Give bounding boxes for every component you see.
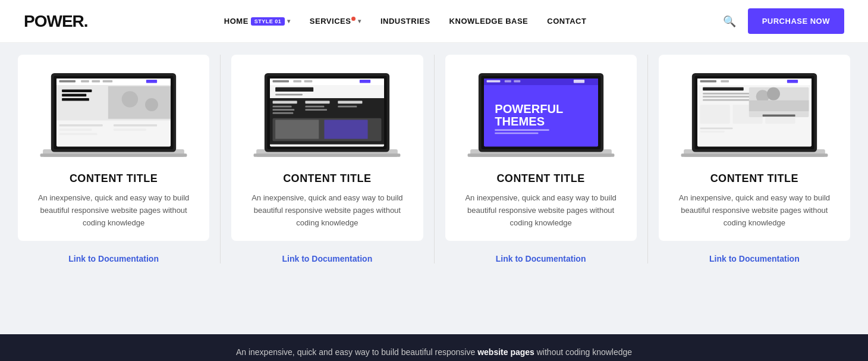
laptop-preview-3: POWERFUL THEMES	[457, 67, 625, 162]
purchase-button[interactable]: PURCHASE NOW	[748, 8, 844, 34]
site-logo[interactable]: POWER.	[24, 12, 88, 31]
svg-rect-8	[92, 80, 100, 83]
svg-rect-39	[273, 112, 294, 114]
svg-rect-13	[62, 94, 86, 97]
footer-bar: An inexpensive, quick and easy way to bu…	[0, 334, 868, 361]
card-1: CONTENT TITLE An inexpensive, quick and …	[18, 55, 209, 241]
card-3-doc-link[interactable]: Link to Documentation	[496, 254, 586, 263]
svg-rect-68	[700, 80, 716, 83]
svg-rect-33	[276, 87, 314, 92]
card-column-3: POWERFUL THEMES CONTENT TITLE An inexpen…	[435, 55, 648, 263]
svg-rect-34	[276, 94, 303, 96]
card-4-doc-link[interactable]: Link to Documentation	[709, 254, 800, 263]
nav-label-services: SERVICES	[310, 17, 351, 26]
svg-rect-37	[273, 106, 292, 108]
nav-badge-style01: STYLE 01	[251, 17, 285, 26]
svg-rect-56	[514, 80, 520, 83]
nav-label-contact: CONTACT	[547, 17, 586, 26]
svg-rect-83	[700, 127, 732, 129]
svg-rect-38	[273, 109, 295, 111]
footer-text: An inexpensive, quick and easy way to bu…	[236, 347, 632, 357]
chevron-down-icon: ▾	[358, 18, 361, 24]
nav-item-services[interactable]: SERVICES ▾	[310, 17, 361, 26]
nav-item-industries[interactable]: INDUSTRIES	[380, 17, 430, 26]
nav-item-contact[interactable]: CONTACT	[547, 17, 586, 26]
svg-rect-63	[681, 153, 828, 156]
svg-rect-70	[787, 80, 798, 83]
svg-point-16	[122, 91, 138, 107]
nav-label-knowledge: KNOWLEDGE BASE	[449, 17, 529, 26]
svg-rect-40	[306, 101, 330, 104]
svg-rect-18	[59, 124, 103, 127]
svg-rect-57	[573, 80, 584, 83]
svg-rect-82	[763, 114, 795, 117]
svg-rect-19	[59, 128, 92, 131]
card-3-desc: An inexpensive, quick and easy way to bu…	[457, 192, 625, 229]
svg-rect-14	[62, 98, 89, 101]
svg-rect-43	[338, 101, 363, 104]
card-3-title: CONTENT TITLE	[496, 172, 585, 185]
svg-rect-44	[338, 106, 357, 108]
svg-rect-55	[504, 80, 511, 83]
svg-rect-36	[273, 101, 297, 104]
svg-rect-10	[146, 80, 157, 83]
footer-text-plain: An inexpensive, quick and easy way to bu…	[236, 347, 477, 357]
svg-rect-20	[59, 133, 98, 136]
svg-rect-1	[40, 153, 187, 156]
svg-point-80	[767, 87, 780, 101]
svg-rect-24	[254, 153, 401, 156]
svg-rect-22	[114, 128, 146, 131]
card-column-2: CONTENT TITLE An inexpensive, quick and …	[221, 55, 434, 263]
svg-rect-60	[495, 129, 549, 131]
nav-item-home[interactable]: HOME STYLE 01 ▾	[224, 17, 291, 26]
svg-rect-42	[306, 109, 328, 111]
card-1-title: CONTENT TITLE	[70, 172, 158, 185]
svg-rect-73	[703, 96, 751, 98]
svg-rect-69	[721, 80, 729, 83]
card-4-title: CONTENT TITLE	[710, 172, 799, 185]
svg-rect-31	[304, 80, 313, 83]
footer-text-end: without coding knowledge	[534, 347, 632, 357]
card-4: CONTENT TITLE An inexpensive, quick and …	[659, 55, 850, 241]
card-3: POWERFUL THEMES CONTENT TITLE An inexpen…	[445, 55, 637, 241]
svg-rect-49	[467, 153, 614, 156]
notification-dot	[351, 17, 356, 21]
chevron-down-icon: ▾	[287, 18, 291, 24]
cards-row: CONTENT TITLE An inexpensive, quick and …	[0, 55, 868, 263]
card-2-title: CONTENT TITLE	[283, 172, 372, 185]
svg-rect-7	[81, 80, 89, 83]
svg-rect-46	[276, 120, 319, 139]
footer-text-bold: website pages	[477, 347, 534, 357]
svg-rect-6	[59, 80, 76, 83]
card-2-doc-link[interactable]: Link to Documentation	[282, 254, 373, 263]
svg-rect-84	[700, 131, 724, 133]
main-nav: HOME STYLE 01 ▾ SERVICES ▾ INDUSTRIES KN…	[224, 17, 587, 26]
svg-text:THEMES: THEMES	[495, 115, 545, 128]
main-content: CONTENT TITLE An inexpensive, quick and …	[0, 43, 868, 334]
svg-rect-41	[306, 106, 325, 108]
svg-rect-47	[325, 120, 368, 139]
svg-rect-30	[294, 80, 302, 83]
card-column-1: CONTENT TITLE An inexpensive, quick and …	[0, 55, 221, 263]
nav-label-home: HOME	[224, 17, 249, 26]
svg-rect-12	[62, 89, 92, 92]
site-header: POWER. HOME STYLE 01 ▾ SERVICES ▾ INDUST…	[0, 0, 868, 43]
svg-rect-75	[700, 105, 729, 124]
nav-label-industries: INDUSTRIES	[380, 17, 430, 26]
nav-item-knowledge[interactable]: KNOWLEDGE BASE	[449, 17, 529, 26]
header-right: 🔍 PURCHASE NOW	[723, 8, 844, 34]
laptop-preview-4	[671, 67, 838, 162]
svg-rect-54	[486, 80, 500, 83]
card-2: CONTENT TITLE An inexpensive, quick and …	[231, 55, 423, 241]
svg-rect-29	[273, 80, 289, 83]
svg-rect-81	[749, 101, 809, 111]
svg-rect-71	[703, 87, 744, 90]
svg-text:POWERFUL: POWERFUL	[495, 102, 563, 115]
svg-rect-32	[360, 80, 370, 83]
laptop-preview-2	[243, 67, 411, 162]
svg-rect-61	[495, 133, 538, 134]
svg-rect-15	[108, 86, 171, 119]
card-2-desc: An inexpensive, quick and easy way to bu…	[243, 192, 411, 229]
card-1-doc-link[interactable]: Link to Documentation	[68, 254, 159, 263]
search-icon[interactable]: 🔍	[723, 15, 736, 28]
